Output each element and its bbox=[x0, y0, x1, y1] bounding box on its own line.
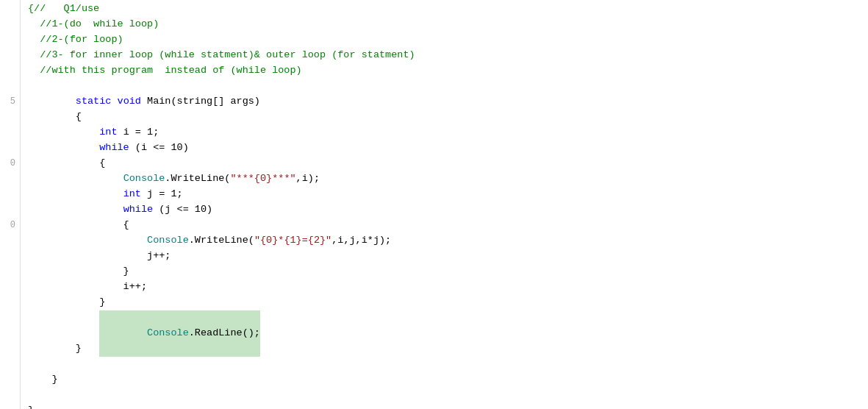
console-readline: Console.ReadLine(); bbox=[99, 310, 260, 357]
console-class-readline: Console bbox=[147, 327, 189, 338]
brace-while-i-close: } bbox=[28, 295, 105, 310]
string-format-2: "{0}*{1}={2}" bbox=[254, 233, 331, 249]
code-line-25: } bbox=[28, 372, 868, 388]
while-j-condition: (j <= 10) bbox=[153, 202, 212, 218]
line-num-19 bbox=[0, 280, 15, 295]
comment-5: //with this program instead of (while lo… bbox=[28, 63, 302, 79]
line-num-1 bbox=[0, 1, 15, 17]
writeline-2-args: ,i,j,i*j); bbox=[331, 233, 391, 249]
var-j-init: j = 1; bbox=[141, 187, 183, 202]
line-numbers: 5 0 0 bbox=[0, 0, 21, 409]
brace-while-i-open: { bbox=[28, 156, 105, 171]
line-num-12 bbox=[0, 171, 15, 187]
string-format-1: "***{0}***" bbox=[230, 171, 295, 187]
code-line-1: {// Q1/use bbox=[28, 1, 868, 17]
code-line-4: //3- for inner loop (while statment)& ou… bbox=[28, 48, 868, 63]
line-num-24 bbox=[0, 357, 15, 372]
line-num-5 bbox=[0, 63, 15, 79]
line-num-16 bbox=[0, 233, 15, 249]
code-line-20: } bbox=[28, 295, 868, 310]
brace-main-close: } bbox=[28, 341, 82, 357]
comment-2: //1-(do while loop) bbox=[28, 17, 159, 32]
console-class-1: Console bbox=[123, 171, 165, 187]
code-line-11: { bbox=[28, 156, 868, 171]
line-num-14 bbox=[0, 202, 15, 218]
i-increment: i++; bbox=[28, 280, 147, 295]
line-num-2 bbox=[0, 17, 15, 32]
writeline-2-dot: .WriteLine( bbox=[189, 233, 254, 249]
keyword-int-j: int bbox=[123, 187, 141, 202]
comment-1: {// Q1/use bbox=[28, 1, 99, 17]
comment-4: //3- for inner loop (while statment)& ou… bbox=[28, 48, 415, 63]
code-line-10: while (i <= 10) bbox=[28, 141, 868, 156]
indent-console-1 bbox=[28, 171, 123, 187]
line-num-9 bbox=[0, 125, 15, 141]
code-editor: 5 0 0 {// Q1/use //1-(do while loop) bbox=[0, 0, 868, 409]
line-num-18 bbox=[0, 264, 15, 280]
code-line-8: { bbox=[28, 110, 868, 125]
comment-3: //2-(for loop) bbox=[28, 32, 123, 48]
line-num-3 bbox=[0, 32, 15, 48]
line-num-23 bbox=[0, 341, 15, 357]
j-increment: j++; bbox=[28, 249, 171, 264]
line-num-26 bbox=[0, 388, 15, 403]
code-line-19: i++; bbox=[28, 280, 868, 295]
writeline-1-dot: .WriteLine( bbox=[165, 171, 230, 187]
line-num-17 bbox=[0, 249, 15, 264]
line-num-15: 0 bbox=[0, 218, 15, 233]
while-i-condition: (i <= 10) bbox=[129, 141, 189, 156]
code-content[interactable]: {// Q1/use //1-(do while loop) //2-(for … bbox=[21, 0, 868, 409]
line-num-20 bbox=[0, 295, 15, 310]
line-num-13 bbox=[0, 187, 15, 202]
keyword-void: void bbox=[118, 94, 141, 110]
brace-while-j-open: { bbox=[28, 218, 129, 233]
code-line-15: { bbox=[28, 218, 868, 233]
indent-while-i bbox=[28, 141, 99, 156]
code-line-3: //2-(for loop) bbox=[28, 32, 868, 48]
line-num-11: 0 bbox=[0, 156, 15, 171]
line-num-4 bbox=[0, 48, 15, 63]
code-line-24 bbox=[28, 357, 868, 372]
writeline-1-args: ,i); bbox=[296, 171, 320, 187]
line-num-21 bbox=[0, 310, 15, 326]
code-line-2: //1-(do while loop) bbox=[28, 17, 868, 32]
line-num-10 bbox=[0, 141, 15, 156]
line-num-27 bbox=[0, 403, 15, 409]
code-line-6 bbox=[28, 79, 868, 94]
readline-call: .ReadLine(); bbox=[189, 327, 260, 338]
indent-while-j bbox=[28, 202, 123, 218]
brace-class-close: } bbox=[28, 372, 58, 388]
line-num-22 bbox=[0, 326, 15, 341]
code-line-27: } bbox=[28, 403, 868, 409]
brace-namespace-close: } bbox=[28, 403, 34, 409]
code-line-17: j++; bbox=[28, 249, 868, 264]
line-num-25 bbox=[0, 372, 15, 388]
indent-console-2 bbox=[28, 233, 147, 249]
indent-main bbox=[28, 94, 76, 110]
code-line-22: Console.ReadLine(); bbox=[28, 326, 868, 341]
keyword-while-i: while bbox=[99, 141, 129, 156]
keyword-static: static bbox=[76, 94, 118, 110]
line-num-6 bbox=[0, 79, 15, 94]
line-num-8 bbox=[0, 110, 15, 125]
brace-open-main: { bbox=[28, 110, 82, 125]
var-i-init: i = 1; bbox=[118, 125, 159, 141]
code-line-16: Console .WriteLine( "{0}*{1}={2}" ,i,j,i… bbox=[28, 233, 868, 249]
code-line-26 bbox=[28, 388, 868, 403]
indent-int-j bbox=[28, 187, 123, 202]
indent-readline bbox=[28, 326, 99, 341]
code-line-7: static void Main(string[] args) bbox=[28, 94, 868, 110]
brace-while-j-close: } bbox=[28, 264, 129, 280]
code-line-12: Console .WriteLine( "***{0}***" ,i); bbox=[28, 171, 868, 187]
code-line-14: while (j <= 10) bbox=[28, 202, 868, 218]
indent-int-i bbox=[28, 125, 99, 141]
code-line-18: } bbox=[28, 264, 868, 280]
code-line-9: int i = 1; bbox=[28, 125, 868, 141]
line-num-7: 5 bbox=[0, 94, 15, 110]
code-line-5: //with this program instead of (while lo… bbox=[28, 63, 868, 79]
keyword-while-j: while bbox=[123, 202, 154, 218]
console-class-2: Console bbox=[147, 233, 189, 249]
code-line-13: int j = 1; bbox=[28, 187, 868, 202]
keyword-int-i: int bbox=[99, 125, 117, 141]
main-signature: Main(string[] args) bbox=[141, 94, 260, 110]
